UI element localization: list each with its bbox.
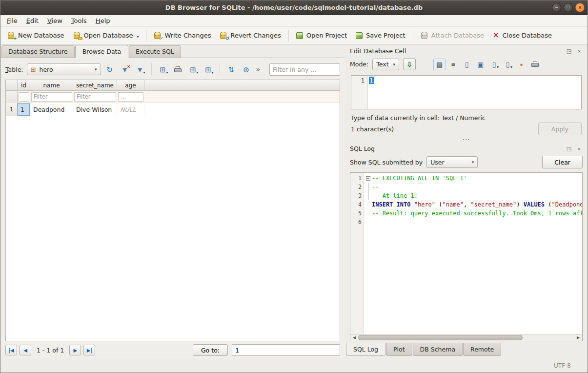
- menu-file[interactable]: File: [2, 16, 22, 26]
- save-filter-button[interactable]: ▼ ▾: [134, 63, 146, 75]
- write-changes-button[interactable]: ✓ Write Changes: [150, 29, 215, 41]
- log-line-number: 1: [350, 175, 364, 182]
- submitted-by-combo[interactable]: User ▾: [426, 156, 478, 168]
- menu-tools[interactable]: Tools: [67, 16, 91, 26]
- tab-db-schema[interactable]: DB Schema: [413, 343, 463, 356]
- next-page-button[interactable]: ▶: [69, 345, 81, 355]
- fold-marker: [364, 209, 372, 218]
- main-tab-bar: Database Structure Browse Data Execute S…: [0, 44, 345, 58]
- tab-remote[interactable]: Remote: [463, 343, 501, 356]
- tab-execute-sql[interactable]: Execute SQL: [129, 45, 181, 58]
- tab-database-structure[interactable]: Database Structure: [1, 45, 75, 58]
- float-dock-icon[interactable]: ◳: [566, 48, 572, 55]
- set-null-button[interactable]: ●: [515, 59, 527, 70]
- tab-sql-log[interactable]: SQL Log: [346, 343, 385, 356]
- table-row[interactable]: 11DeadpondDive WilsonNULL: [6, 103, 144, 116]
- edit-cell-title: Edit Database Cell: [350, 47, 406, 55]
- menu-view[interactable]: View: [43, 16, 67, 26]
- table-combo[interactable]: ⊞ hero ▾: [27, 63, 101, 75]
- print-cell-button[interactable]: [529, 59, 541, 70]
- scrollbar-track[interactable]: [358, 334, 574, 341]
- save-project-button[interactable]: Save Project: [352, 29, 409, 41]
- close-window-button[interactable]: ×: [575, 3, 585, 12]
- cell-secret_name[interactable]: Dive Wilson: [73, 103, 117, 116]
- menu-edit[interactable]: Edit: [22, 16, 43, 26]
- find-record-button[interactable]: ⊕: [240, 63, 253, 75]
- copy-icon: ▣: [477, 61, 484, 68]
- scroll-left-icon[interactable]: ◀: [350, 334, 358, 341]
- word-wrap-button[interactable]: ≡: [447, 59, 459, 70]
- clear-all-filters-button[interactable]: ▼ ×: [119, 63, 131, 75]
- cell-id[interactable]: 1: [18, 103, 30, 116]
- column-header-id[interactable]: id: [18, 80, 30, 90]
- log-lines: 1−-- EXECUTING ALL IN 'SQL 1'2--3-- At l…: [350, 174, 582, 227]
- mode-combo[interactable]: Text ▾: [372, 59, 399, 70]
- filter-input-age[interactable]: [118, 92, 143, 102]
- cell-age[interactable]: NULL: [117, 103, 144, 116]
- filter-cell-name: [30, 91, 73, 103]
- copy-cell-data-button[interactable]: ▣: [474, 59, 487, 70]
- print-table-button[interactable]: [172, 63, 184, 75]
- left-pane: Database Structure Browse Data Execute S…: [0, 44, 345, 359]
- sort-records-button[interactable]: ⇅: [225, 63, 238, 75]
- save-cell-data-button[interactable]: ▯▾: [488, 59, 500, 70]
- filter-input-id[interactable]: [19, 92, 29, 102]
- sql-log-area[interactable]: 1−-- EXECUTING ALL IN 'SQL 1'2--3-- At l…: [350, 173, 582, 334]
- float-dock-icon[interactable]: ◳: [566, 145, 572, 152]
- goto-input[interactable]: [232, 344, 340, 356]
- revert-changes-button[interactable]: ↺ Revert Changes: [216, 29, 284, 41]
- first-page-button[interactable]: |◀: [5, 345, 17, 355]
- insert-record-button[interactable]: ⊞ ▾: [157, 63, 169, 75]
- filter-input-secret_name[interactable]: [74, 92, 116, 102]
- previous-page-button[interactable]: ◀: [20, 345, 31, 355]
- export-table-button[interactable]: ⊞ ▾: [187, 63, 200, 75]
- horizontal-scrollbar[interactable]: ◀ ▶: [350, 334, 582, 341]
- import-table-button[interactable]: ⊞ ▾: [202, 63, 215, 75]
- close-dock-icon[interactable]: ×: [576, 48, 583, 55]
- text-mode-button[interactable]: ▤: [433, 59, 446, 70]
- clear-log-button[interactable]: Clear: [542, 156, 583, 168]
- attach-database-icon: [421, 32, 428, 39]
- close-dock-icon[interactable]: ×: [576, 145, 583, 152]
- maximize-button[interactable]: □: [564, 3, 573, 12]
- encoding-indicator[interactable]: UTF-8: [554, 362, 571, 369]
- last-page-button[interactable]: ▶|: [83, 345, 95, 355]
- scrollbar-thumb[interactable]: [358, 335, 523, 340]
- cell-name[interactable]: Deadpond: [30, 103, 73, 116]
- toolbar-overflow-chevron[interactable]: »: [256, 65, 261, 73]
- grid-body[interactable]: 11DeadpondDive WilsonNULL: [6, 103, 340, 341]
- dock-buttons: ◳ ×: [566, 48, 583, 55]
- tab-browse-data[interactable]: Browse Data: [75, 45, 128, 58]
- open-database-dropdown-icon[interactable]: ▾: [137, 35, 139, 39]
- fold-collapse-icon[interactable]: −: [366, 176, 370, 181]
- chevron-down-icon: ▾: [510, 65, 512, 69]
- title-bar[interactable]: DB Browser for SQLite - /home/user/code/…: [0, 0, 588, 15]
- dock-splitter[interactable]: ⋯: [345, 137, 588, 142]
- filter-input-name[interactable]: [31, 92, 72, 102]
- scroll-right-icon[interactable]: ▶: [574, 334, 582, 341]
- goto-button[interactable]: Go to:: [193, 344, 228, 356]
- open-cell-data-button[interactable]: ▯: [461, 59, 473, 70]
- status-bar: UTF-8: [0, 359, 588, 373]
- column-header-name[interactable]: name: [30, 80, 73, 90]
- revert-changes-icon: ↺: [220, 32, 227, 39]
- column-header-secret_name[interactable]: secret_name: [73, 80, 117, 90]
- row-header[interactable]: 1: [6, 103, 18, 116]
- log-line-text: INSERT INTO "hero" ("name", "secret_name…: [372, 201, 582, 208]
- menu-help[interactable]: Help: [91, 16, 115, 26]
- open-project-button[interactable]: Open Project: [292, 29, 351, 41]
- column-header-age[interactable]: age: [117, 80, 144, 90]
- minimize-button[interactable]: −: [552, 3, 561, 12]
- export-cell-data-button[interactable]: ▯▾: [502, 59, 514, 70]
- filter-any-input[interactable]: [269, 63, 340, 76]
- import-text-button[interactable]: ⇩: [403, 58, 416, 70]
- refresh-button[interactable]: ↻: [103, 63, 116, 75]
- sql-log-editor[interactable]: 1−-- EXECUTING ALL IN 'SQL 1'2--3-- At l…: [350, 172, 583, 341]
- new-database-button[interactable]: + New Database: [3, 29, 68, 41]
- cell-editor-text[interactable]: 1: [368, 76, 375, 109]
- cell-editor[interactable]: 1 1: [351, 75, 582, 109]
- menu-bar: File Edit View Tools Help: [0, 15, 588, 27]
- tab-plot[interactable]: Plot: [386, 343, 412, 356]
- open-database-button[interactable]: Open Database ▾: [69, 29, 143, 41]
- close-database-button[interactable]: × Close Database: [489, 29, 556, 41]
